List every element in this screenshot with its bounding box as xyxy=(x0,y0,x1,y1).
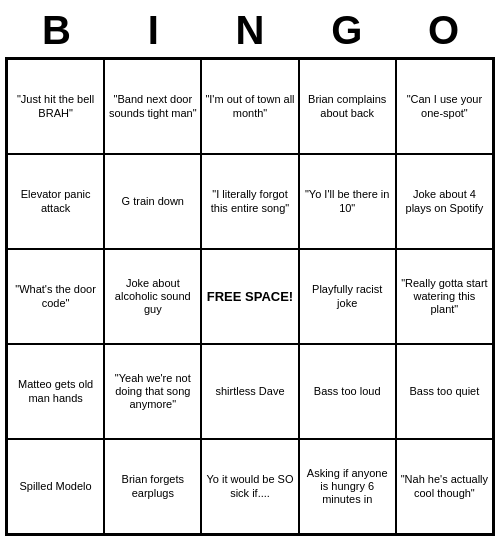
bingo-cell-22[interactable]: Yo it would be SO sick if.... xyxy=(201,439,298,534)
bingo-cell-14[interactable]: "Really gotta start watering this plant" xyxy=(396,249,493,344)
bingo-letter-O: O xyxy=(400,8,488,53)
bingo-cell-18[interactable]: Bass too loud xyxy=(299,344,396,439)
bingo-cell-24[interactable]: "Nah he's actually cool though" xyxy=(396,439,493,534)
bingo-cell-11[interactable]: Joke about alcoholic sound guy xyxy=(104,249,201,344)
bingo-cell-13[interactable]: Playfully racist joke xyxy=(299,249,396,344)
bingo-cell-17[interactable]: shirtless Dave xyxy=(201,344,298,439)
bingo-letter-B: B xyxy=(12,8,100,53)
bingo-cell-15[interactable]: Matteo gets old man hands xyxy=(7,344,104,439)
bingo-cell-6[interactable]: G train down xyxy=(104,154,201,249)
bingo-letter-N: N xyxy=(206,8,294,53)
bingo-cell-20[interactable]: Spilled Modelo xyxy=(7,439,104,534)
bingo-cell-16[interactable]: "Yeah we're not doing that song anymore" xyxy=(104,344,201,439)
bingo-cell-2[interactable]: "I'm out of town all month" xyxy=(201,59,298,154)
bingo-cell-12[interactable]: FREE SPACE! xyxy=(201,249,298,344)
bingo-cell-21[interactable]: Brian forgets earplugs xyxy=(104,439,201,534)
bingo-cell-23[interactable]: Asking if anyone is hungry 6 minutes in xyxy=(299,439,396,534)
bingo-cell-0[interactable]: "Just hit the bell BRAH" xyxy=(7,59,104,154)
bingo-cell-19[interactable]: Bass too quiet xyxy=(396,344,493,439)
bingo-cell-4[interactable]: "Can I use your one-spot" xyxy=(396,59,493,154)
bingo-cell-3[interactable]: Brian complains about back xyxy=(299,59,396,154)
bingo-cell-9[interactable]: Joke about 4 plays on Spotify xyxy=(396,154,493,249)
bingo-cell-7[interactable]: "I literally forgot this entire song" xyxy=(201,154,298,249)
bingo-title: BINGO xyxy=(8,8,492,53)
bingo-letter-I: I xyxy=(109,8,197,53)
bingo-grid: "Just hit the bell BRAH""Band next door … xyxy=(5,57,495,536)
bingo-cell-8[interactable]: "Yo I'll be there in 10" xyxy=(299,154,396,249)
bingo-cell-5[interactable]: Elevator panic attack xyxy=(7,154,104,249)
bingo-letter-G: G xyxy=(303,8,391,53)
bingo-cell-1[interactable]: "Band next door sounds tight man" xyxy=(104,59,201,154)
bingo-cell-10[interactable]: "What's the door code" xyxy=(7,249,104,344)
